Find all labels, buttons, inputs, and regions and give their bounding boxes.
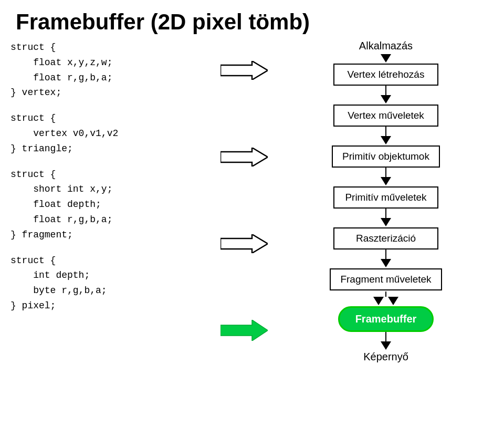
- flow-box-vertex-letrehozas: Vertex létrehozás: [333, 64, 438, 86]
- page-title: Framebuffer (2D pixel tömb): [0, 0, 504, 40]
- code-struct-vertex: struct { float x,y,z,w; float r,g,b,a; }…: [10, 40, 215, 100]
- flow-box-vertex-muveletek: Vertex műveletek: [333, 105, 438, 127]
- vline-6a: [385, 292, 387, 297]
- flowchart-panel: Alkalmazás Vertex létrehozás Vertex műve…: [273, 40, 499, 365]
- vline-2: [385, 127, 387, 136]
- arrow-down-8: [381, 341, 391, 350]
- arrows-panel: [215, 40, 273, 365]
- svg-marker-2: [220, 234, 268, 253]
- arrow-teal-filled: [220, 320, 268, 341]
- vline-5: [385, 249, 387, 259]
- flow-box-fragment-muveletek: Fragment műveletek: [330, 268, 442, 290]
- flow-label-alkalmazas: Alkalmazás: [359, 40, 413, 52]
- flow-box-primitiv-muveletek: Primitív műveletek: [333, 186, 438, 209]
- arrow-outline-3: [220, 234, 268, 253]
- arrow-down-6: [381, 259, 391, 267]
- arrow-outline-1: [220, 61, 268, 80]
- code-struct-triangle: struct { vertex v0,v1,v2 } triangle;: [10, 111, 215, 156]
- arrow-down-5: [381, 218, 391, 226]
- arrow-down-2: [381, 95, 391, 103]
- code-struct-pixel: struct { int depth; byte r,g,b,a; } pixe…: [10, 253, 215, 314]
- svg-marker-1: [220, 148, 268, 167]
- vline-3: [385, 168, 387, 177]
- arrow-down-3: [381, 136, 391, 144]
- arrow-outline-2: [220, 148, 268, 167]
- flow-box-framebuffer: Framebuffer: [338, 306, 434, 332]
- arrow-down-4: [381, 177, 391, 185]
- flow-box-primitiv-objektumok: Primitív objektumok: [332, 145, 440, 168]
- svg-marker-0: [220, 61, 268, 80]
- vline-4: [385, 209, 387, 218]
- code-struct-fragment: struct { short int x,y; float depth; flo…: [10, 167, 215, 243]
- arrow-down-1: [381, 54, 391, 63]
- arrow-down-7a: [373, 297, 384, 305]
- flow-label-kepernyo: Képernyő: [363, 351, 408, 363]
- arrow-down-7b: [388, 297, 398, 305]
- left-code-panel: struct { float x,y,z,w; float r,g,b,a; }…: [10, 40, 215, 365]
- svg-marker-3: [220, 320, 268, 341]
- vline-1: [385, 86, 387, 95]
- flow-box-raszterizacio: Raszterizáció: [333, 227, 438, 249]
- vline-7: [385, 332, 387, 341]
